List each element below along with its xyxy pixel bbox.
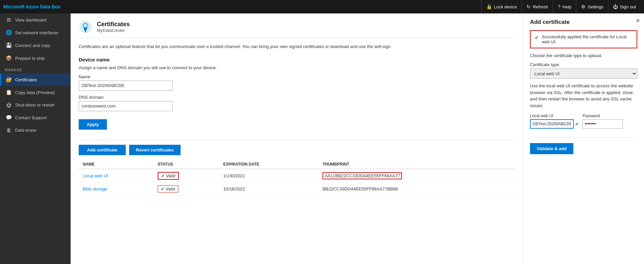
sidebar-item-label: Set network interfaces bbox=[15, 30, 59, 35]
page-title: Certificates bbox=[97, 21, 130, 28]
thumbprint-local-web-ui: AA11BB22CC33DD44EE55FF66AA77 bbox=[323, 172, 402, 179]
dns-input[interactable] bbox=[79, 101, 173, 111]
sign-out-label: Sign out bbox=[620, 4, 636, 9]
settings-icon: ⚙ bbox=[581, 4, 585, 9]
col-expiration: EXPIRATION DATE bbox=[219, 160, 318, 169]
revert-certificates-button[interactable]: Revert certificates bbox=[129, 145, 181, 155]
ship-icon: 📦 bbox=[6, 55, 12, 61]
password-input[interactable] bbox=[582, 119, 623, 129]
help-button[interactable]: ? Help bbox=[553, 0, 576, 13]
help-icon: ? bbox=[558, 4, 561, 9]
help-label: Help bbox=[563, 4, 572, 9]
col-thumbprint: THUMBPRINT bbox=[318, 160, 515, 169]
sidebar-item-contact-support[interactable]: 💬 Contact Support bbox=[0, 111, 71, 124]
col-status: STATUS bbox=[154, 160, 219, 169]
local-web-ui-input[interactable] bbox=[530, 119, 574, 129]
cert-name-blob-storage[interactable]: Blob storage bbox=[83, 186, 107, 191]
panel-choose-desc: Choose the certificate type to upload. bbox=[530, 53, 637, 58]
cert-actions: Add certificate Revert certificates bbox=[79, 145, 515, 155]
success-message: Successfully applied the certificate for… bbox=[542, 34, 633, 44]
status-badge-blob-storage: ✔ Valid bbox=[158, 185, 178, 192]
cert-type-label: Certificate type bbox=[530, 62, 637, 67]
dns-label: DNS domain bbox=[79, 95, 515, 100]
settings-button[interactable]: ⚙ Settings bbox=[576, 0, 608, 13]
status-badge-local-web-ui: ✔ Valid bbox=[158, 172, 179, 180]
sidebar-item-set-network-interfaces[interactable]: 🌐 Set network interfaces bbox=[0, 26, 71, 39]
sidebar-item-shut-down-restart[interactable]: ⏻ Shut down or restart bbox=[0, 99, 71, 111]
sidebar-item-data-erase[interactable]: 🗑 Data erase bbox=[0, 124, 71, 136]
sidebar-item-prepare-to-ship[interactable]: 📦 Prepare to ship bbox=[0, 52, 71, 64]
support-icon: 💬 bbox=[6, 115, 12, 121]
local-web-ui-field-group: Local web UI ✔ bbox=[530, 114, 579, 129]
status-text-local-web-ui: Valid bbox=[166, 173, 176, 178]
page-header-text: Certificates MyDataCenter bbox=[97, 21, 130, 33]
local-web-ui-field-label: Local web UI bbox=[530, 114, 579, 118]
sidebar-item-label: Prepare to ship bbox=[15, 56, 45, 61]
topbar: Microsoft Azure Data Box 🔒 Lock device ↻… bbox=[0, 0, 644, 13]
sidebar-item-label: Contact Support bbox=[15, 115, 47, 120]
apply-button[interactable]: Apply bbox=[79, 119, 107, 130]
thumbprint-blob-storage: BB22CC33DD44EE55FF66AA77BB88 bbox=[318, 182, 515, 195]
success-check-icon: ✔ bbox=[535, 35, 539, 41]
refresh-label: Refresh bbox=[533, 4, 548, 9]
add-certificate-button[interactable]: Add certificate bbox=[79, 145, 126, 155]
sidebar-item-label: Connect and copy bbox=[15, 43, 50, 48]
validate-add-button[interactable]: Validate & add bbox=[530, 143, 573, 154]
divider bbox=[79, 140, 515, 141]
sidebar-item-label: View dashboard bbox=[15, 17, 46, 23]
sidebar-item-label: Shut down or restart bbox=[15, 102, 54, 107]
manage-section-label: MANAGE bbox=[0, 64, 71, 73]
sidebar-item-connect-and-copy[interactable]: 💾 Connect and copy bbox=[0, 39, 71, 52]
lock-device-button[interactable]: 🔒 Lock device bbox=[481, 0, 522, 13]
password-field-group: Password bbox=[582, 114, 623, 129]
panel-divider bbox=[530, 137, 637, 138]
copy-icon: 📋 bbox=[6, 89, 12, 95]
network-icon: 🌐 bbox=[6, 30, 12, 36]
content-area: Certificates MyDataCenter Certificates a… bbox=[71, 13, 523, 264]
sidebar-item-label: Data erase bbox=[15, 128, 37, 133]
device-name-section-title: Device name bbox=[79, 57, 515, 62]
panel-title: Add certificate bbox=[530, 19, 637, 26]
sidebar-item-label: Copy data (Preview) bbox=[15, 90, 55, 95]
sidebar: ⊞ View dashboard 🌐 Set network interface… bbox=[0, 13, 71, 264]
svg-point-3 bbox=[84, 24, 87, 27]
main-layout: ⊞ View dashboard 🌐 Set network interface… bbox=[0, 13, 644, 264]
right-panel: ✕ Add certificate ✔ Successfully applied… bbox=[523, 13, 644, 264]
sidebar-item-certificates[interactable]: 🔐 Certificates bbox=[0, 73, 71, 86]
cert-type-select[interactable]: Local web UI Blob storage Azure Resource… bbox=[530, 69, 637, 79]
panel-fields: Local web UI ✔ Password bbox=[530, 114, 637, 129]
page-description: Certificates are an optional feature tha… bbox=[79, 43, 515, 50]
dns-form-group: DNS domain bbox=[79, 95, 515, 111]
check-icon: ✔ bbox=[575, 121, 579, 127]
password-field-label: Password bbox=[582, 114, 623, 118]
topbar-actions: 🔒 Lock device ↻ Refresh ? Help ⚙ Setting… bbox=[481, 0, 641, 13]
certificates-page-icon bbox=[79, 20, 92, 34]
connect-icon: 💾 bbox=[6, 42, 12, 48]
page-subtitle: MyDataCenter bbox=[97, 28, 130, 33]
device-name-desc: Assign a name and DNS domain you will us… bbox=[79, 65, 515, 70]
panel-close-button[interactable]: ✕ bbox=[636, 17, 640, 24]
success-banner: ✔ Successfully applied the certificate f… bbox=[530, 30, 637, 48]
table-row: Local web UI ✔ Valid 11/30/2021 AA11BB22… bbox=[79, 169, 515, 183]
settings-label: Settings bbox=[588, 4, 603, 9]
sidebar-item-copy-data[interactable]: 📋 Copy data (Preview) bbox=[0, 86, 71, 99]
certificates-table: NAME STATUS EXPIRATION DATE THUMBPRINT L… bbox=[79, 160, 515, 195]
erase-icon: 🗑 bbox=[6, 127, 12, 133]
name-label: Name bbox=[79, 74, 515, 79]
col-name: NAME bbox=[79, 160, 154, 169]
status-icon-green-blob: ✔ bbox=[161, 186, 164, 191]
sidebar-item-label: Certificates bbox=[15, 77, 37, 82]
refresh-button[interactable]: ↻ Refresh bbox=[522, 0, 553, 13]
sign-out-button[interactable]: ⏻ Sign out bbox=[608, 0, 641, 13]
status-text-blob-storage: Valid bbox=[166, 186, 175, 191]
sidebar-item-view-dashboard[interactable]: ⊞ View dashboard bbox=[0, 13, 71, 26]
lock-device-label: Lock device bbox=[494, 4, 517, 9]
local-web-ui-input-wrap: ✔ bbox=[530, 119, 579, 129]
name-input[interactable] bbox=[79, 81, 173, 91]
dashboard-icon: ⊞ bbox=[6, 17, 12, 23]
cert-name-local-web-ui[interactable]: Local web UI bbox=[83, 173, 108, 178]
expiration-blob-storage: 10/18/2021 bbox=[219, 182, 318, 195]
lock-icon: 🔒 bbox=[486, 4, 492, 9]
signout-icon: ⏻ bbox=[613, 4, 618, 9]
app-title: Microsoft Azure Data Box bbox=[3, 4, 481, 9]
